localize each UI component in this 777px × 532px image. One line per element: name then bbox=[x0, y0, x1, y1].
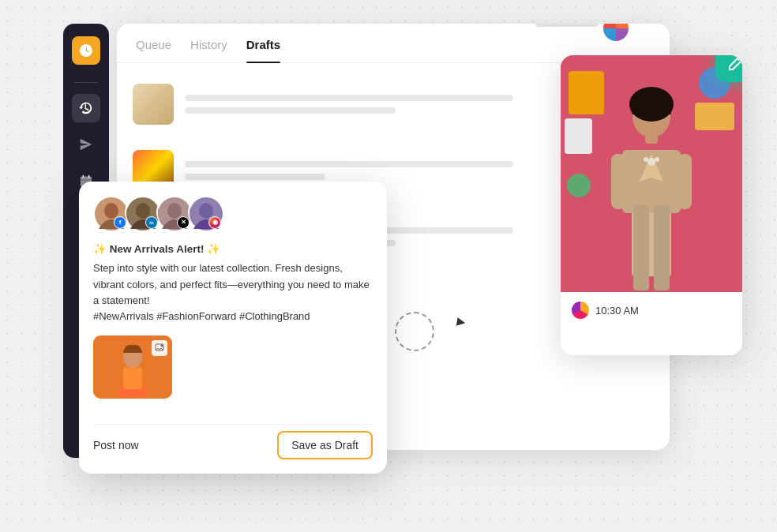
app-wrapper: Queue History Drafts bbox=[63, 24, 742, 481]
top-avatar-line bbox=[535, 24, 599, 27]
compose-avatar-instagram: ◉ bbox=[188, 196, 221, 229]
tab-history[interactable]: History bbox=[190, 38, 227, 62]
post-now-button[interactable]: Post now bbox=[93, 439, 139, 451]
draft-thumb-pattern-1 bbox=[133, 84, 174, 125]
fashion-figure bbox=[600, 71, 703, 292]
compose-body: Step into style with our latest collecti… bbox=[93, 260, 373, 324]
compose-text: ✨ New Arrivals Alert! ✨ Step into style … bbox=[93, 242, 373, 324]
linkedin-badge: in bbox=[145, 216, 158, 229]
tab-queue[interactable]: Queue bbox=[136, 38, 171, 62]
sidebar-item-send[interactable] bbox=[72, 130, 100, 159]
wall-art-3 bbox=[565, 118, 592, 154]
svg-rect-17 bbox=[611, 154, 625, 209]
svg-point-29 bbox=[199, 203, 213, 219]
photo-card-footer: 10:30 AM bbox=[561, 292, 742, 328]
svg-point-19 bbox=[648, 158, 655, 166]
wall-art-1 bbox=[569, 71, 604, 114]
compose-title: ✨ New Arrivals Alert! ✨ bbox=[93, 242, 373, 258]
svg-rect-32 bbox=[123, 367, 142, 389]
draft-line bbox=[185, 107, 396, 114]
compose-avatar-linkedin: in bbox=[125, 196, 158, 229]
svg-rect-18 bbox=[678, 154, 692, 209]
time-avatar bbox=[572, 302, 589, 319]
photo-card: 10:30 AM bbox=[561, 55, 742, 355]
compose-avatar-twitter: ✕ bbox=[156, 196, 190, 229]
svg-point-20 bbox=[644, 157, 648, 162]
sidebar-divider-1 bbox=[74, 82, 98, 83]
photo-card-image bbox=[561, 55, 742, 292]
image-edit-icon[interactable] bbox=[152, 340, 167, 356]
facebook-badge: f bbox=[114, 216, 126, 229]
svg-rect-16 bbox=[654, 205, 670, 290]
compose-actions: Post now Save as Draft bbox=[93, 424, 373, 459]
compose-card: f in ✕ bbox=[79, 182, 387, 474]
instagram-badge: ◉ bbox=[208, 216, 221, 229]
compose-avatars: f in ✕ bbox=[93, 196, 373, 229]
draft-line bbox=[185, 174, 325, 180]
draft-line bbox=[185, 161, 513, 167]
draft-line bbox=[185, 95, 513, 101]
save-as-draft-button[interactable]: Save as Draft bbox=[277, 431, 373, 459]
sidebar-item-history[interactable] bbox=[72, 94, 100, 122]
fab-edit-button[interactable] bbox=[715, 55, 742, 82]
compose-avatar-user: f bbox=[93, 196, 126, 229]
svg-rect-15 bbox=[633, 205, 649, 290]
app-logo bbox=[72, 36, 100, 65]
tab-drafts[interactable]: Drafts bbox=[246, 38, 280, 62]
svg-point-21 bbox=[655, 157, 659, 162]
svg-point-25 bbox=[136, 203, 150, 219]
svg-point-34 bbox=[161, 345, 163, 347]
twitter-badge: ✕ bbox=[177, 216, 190, 229]
photo-time: 10:30 AM bbox=[595, 305, 639, 317]
svg-point-27 bbox=[167, 203, 182, 219]
svg-point-23 bbox=[104, 203, 118, 219]
draft-thumb-1 bbox=[133, 84, 174, 125]
wall-art-5 bbox=[567, 174, 591, 197]
dashed-circle-indicator bbox=[395, 312, 434, 351]
fashion-background bbox=[561, 55, 742, 292]
compose-image-area bbox=[93, 335, 172, 411]
